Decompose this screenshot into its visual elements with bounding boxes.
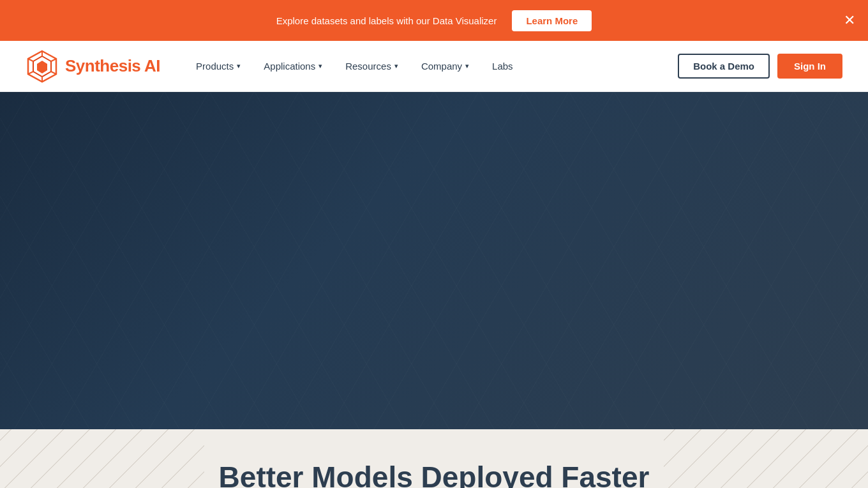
- banner-text: Explore datasets and labels with our Dat…: [276, 15, 497, 26]
- chevron-down-icon: ▾: [465, 62, 469, 70]
- nav-item-labs[interactable]: Labs: [482, 56, 523, 77]
- nav-item-company[interactable]: Company ▾: [411, 56, 479, 77]
- svg-marker-2: [37, 61, 47, 73]
- close-banner-button[interactable]: ✕: [844, 13, 855, 27]
- lower-section: Better Models Deployed Faster With Synth…: [0, 429, 868, 488]
- logo-icon: [26, 50, 59, 83]
- nav-actions: Book a Demo Sign In: [678, 54, 842, 79]
- chevron-down-icon: ▾: [237, 62, 241, 70]
- hero-area: [0, 92, 868, 429]
- sign-in-button[interactable]: Sign In: [777, 54, 842, 79]
- nav-item-products[interactable]: Products ▾: [186, 56, 251, 77]
- nav-links: Products ▾ Applications ▾ Resources ▾ Co…: [186, 56, 678, 77]
- chevron-down-icon: ▾: [318, 62, 322, 70]
- nav-item-applications[interactable]: Applications ▾: [253, 56, 333, 77]
- learn-more-button[interactable]: Learn More: [512, 10, 592, 31]
- navbar: Synthesis AI Products ▾ Applications ▾ R…: [0, 41, 868, 92]
- logo-text: Synthesis AI: [65, 56, 160, 76]
- chevron-down-icon: ▾: [394, 62, 398, 70]
- lower-headline: Better Models Deployed Faster With Synth…: [219, 460, 650, 488]
- nav-item-resources[interactable]: Resources ▾: [335, 56, 408, 77]
- top-banner: Explore datasets and labels with our Dat…: [0, 0, 868, 41]
- logo-link[interactable]: Synthesis AI: [26, 50, 160, 83]
- book-demo-button[interactable]: Book a Demo: [678, 54, 770, 79]
